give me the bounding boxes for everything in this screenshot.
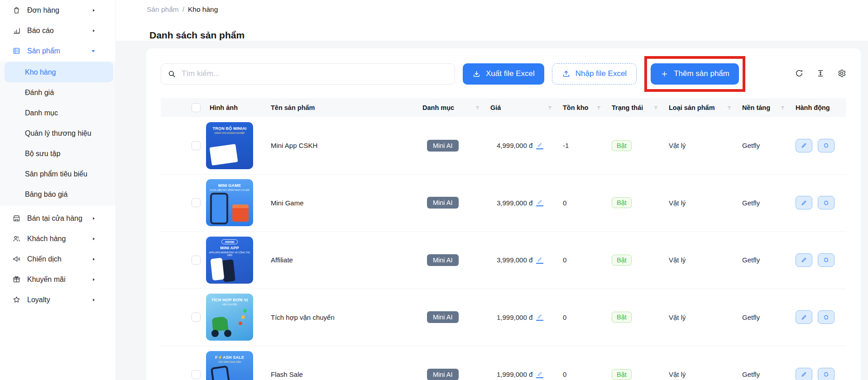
search-icon xyxy=(168,70,176,78)
sidebar-subitem-6[interactable]: Bảng báo giá xyxy=(5,184,113,204)
column-header-label: Loại sản phẩm xyxy=(669,104,715,111)
edit-price-icon[interactable] xyxy=(536,314,543,321)
refresh-button[interactable] xyxy=(795,69,804,79)
edit-product-button[interactable] xyxy=(796,310,812,324)
column-header-cell: Tồn kho xyxy=(559,104,608,111)
add-product-button[interactable]: Thêm sản phẩm xyxy=(651,63,739,85)
sidebar-subitem-4[interactable]: Bộ sưu tập xyxy=(5,143,113,164)
product-platform: Getfly xyxy=(739,256,792,264)
edit-price-icon[interactable] xyxy=(536,142,543,149)
sidebar-item-users[interactable]: Khách hàng xyxy=(0,228,115,249)
sidebar-item-box[interactable]: Sản phẩm xyxy=(0,41,115,61)
sidebar-subitem-2[interactable]: Danh mục xyxy=(5,103,113,123)
row-checkbox[interactable] xyxy=(192,370,201,379)
row-height-button[interactable] xyxy=(816,69,825,79)
row-height-icon xyxy=(816,69,825,78)
edit-product-button[interactable] xyxy=(796,368,812,380)
chart-icon xyxy=(12,26,21,35)
product-type: Vật lý xyxy=(665,314,739,321)
sidebar-subitem-label: Danh mục xyxy=(25,109,58,117)
table-header: Hình ảnh Tên sản phẩm Danh mục Giá Tồn k… xyxy=(161,98,846,117)
status-badge: Bật xyxy=(612,140,632,151)
table-row: TÍCH HỢP ĐƠN VỊ VẬN CHUYỂN Tích hợp vận … xyxy=(161,289,846,347)
sidebar-item-chart[interactable]: Báo cáo xyxy=(0,20,115,41)
sidebar-subitem-label: Quản lý thương hiệu xyxy=(25,129,91,138)
gear-button[interactable] xyxy=(837,69,846,79)
export-excel-button[interactable]: Xuất file Excel xyxy=(463,63,544,85)
product-name: Mini App CSKH xyxy=(267,142,419,149)
sync-product-button[interactable] xyxy=(818,368,834,380)
filter-icon[interactable] xyxy=(475,105,480,111)
filter-icon[interactable] xyxy=(726,105,732,111)
column-header-cell: Loại sản phẩm xyxy=(665,104,739,111)
select-all-checkbox[interactable] xyxy=(192,103,201,112)
sync-product-button[interactable] xyxy=(818,139,834,152)
category-badge: Mini AI xyxy=(427,369,459,380)
product-platform: Getfly xyxy=(739,370,792,378)
column-header-label: Trạng thái xyxy=(612,104,643,111)
product-platform: Getfly xyxy=(739,142,792,149)
table-row: TRỌN BỘ MINIAI DÀNH CHO DOANH NGHIỆP Min… xyxy=(161,117,846,175)
column-header-cell: Tên sản phẩm xyxy=(267,104,419,111)
edit-price-icon[interactable] xyxy=(536,199,543,206)
row-checkbox[interactable] xyxy=(192,198,201,207)
sync-product-button[interactable] xyxy=(818,253,834,267)
category-badge: Mini AI xyxy=(427,140,459,152)
sync-product-button[interactable] xyxy=(818,310,834,324)
sidebar-subitem-1[interactable]: Đánh giá xyxy=(5,82,113,103)
thumb-subtitle: GIỜ VÀNG MUA SẮM xyxy=(206,361,253,363)
gift-icon xyxy=(12,275,21,284)
filter-icon[interactable] xyxy=(780,105,786,111)
edit-product-button[interactable] xyxy=(796,139,812,152)
import-excel-button[interactable]: Nhập file Excel xyxy=(552,63,637,85)
product-type: Vật lý xyxy=(665,256,739,264)
edit-price-icon[interactable] xyxy=(536,256,543,264)
edit-product-button[interactable] xyxy=(796,253,812,267)
breadcrumb-current: Kho hàng xyxy=(188,5,218,14)
edit-product-button[interactable] xyxy=(796,196,812,209)
product-type: Vật lý xyxy=(665,199,739,207)
row-checkbox[interactable] xyxy=(192,313,201,322)
sidebar-subitem-5[interactable]: Sản phẩm tiêu biểu xyxy=(5,164,113,184)
select-all-cell xyxy=(161,103,206,112)
search-input[interactable] xyxy=(181,69,448,79)
sidebar-item-bag[interactable]: Đơn hàng xyxy=(0,0,115,20)
product-thumbnail: TÍCH HỢP ĐƠN VỊ VẬN CHUYỂN xyxy=(206,294,253,341)
column-header-label: Nền tảng xyxy=(742,104,770,111)
download-icon xyxy=(472,70,481,78)
thumb-title: TRỌN BỘ MINIAI xyxy=(206,126,253,131)
filter-icon[interactable] xyxy=(596,105,602,111)
sidebar-submenu: Kho hàng Đánh giá Danh mục Quản lý thươn… xyxy=(0,61,115,206)
sidebar-subitem-3[interactable]: Quản lý thương hiệu xyxy=(5,123,113,143)
thumb-logo: miniai xyxy=(221,239,238,244)
sidebar-item-store[interactable]: Bán tại cửa hàng xyxy=(0,208,115,228)
sidebar-item-megaphone[interactable]: Chiến dịch xyxy=(0,249,115,269)
status-badge: Bật xyxy=(612,255,632,266)
pencil-icon xyxy=(801,371,807,378)
product-platform: Getfly xyxy=(739,199,792,207)
filter-icon[interactable] xyxy=(653,105,659,111)
sidebar-item-label: Khách hàng xyxy=(27,235,66,243)
table-row: MINI GAME CLICK LIỀN TAY, NHẬN NGAY ƯU Đ… xyxy=(161,175,846,232)
sidebar: Đơn hàng Báo cáo Sản phẩm Kho hàng Đánh … xyxy=(0,0,116,380)
sidebar-item-gift[interactable]: Khuyến mãi xyxy=(0,269,115,290)
thumb-subtitle: VẬN CHUYỂN xyxy=(206,303,253,306)
product-stock: -1 xyxy=(559,142,608,149)
sidebar-item-label: Chiến dịch xyxy=(27,255,62,263)
sync-icon xyxy=(823,200,830,206)
megaphone-icon xyxy=(12,255,21,263)
sync-product-button[interactable] xyxy=(818,196,834,209)
sidebar-item-star[interactable]: Loyalty xyxy=(0,290,115,310)
sidebar-subitem-0[interactable]: Kho hàng xyxy=(5,62,113,82)
row-checkbox[interactable] xyxy=(192,256,201,265)
pencil-icon xyxy=(801,142,807,149)
plus-icon xyxy=(660,70,669,78)
page-header: Sản phẩm / Kho hàng Danh sách sản phẩm xyxy=(116,0,868,41)
thumb-subtitle: CLICK LIỀN TAY, NHẬN NGAY ƯU ĐÃI xyxy=(206,189,253,191)
breadcrumb-parent[interactable]: Sản phẩm xyxy=(147,5,179,14)
edit-price-icon[interactable] xyxy=(536,371,543,378)
thumb-title: F⚡ASH SALE xyxy=(206,355,253,360)
add-product-label: Thêm sản phẩm xyxy=(674,69,729,78)
row-checkbox[interactable] xyxy=(192,141,201,150)
filter-icon[interactable] xyxy=(547,105,553,111)
